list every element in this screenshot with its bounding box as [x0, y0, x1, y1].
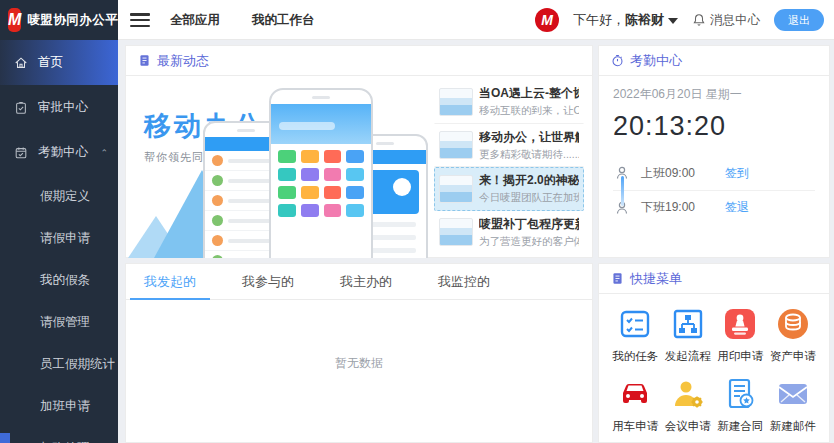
attendance-icon	[14, 146, 28, 160]
approval-icon	[14, 101, 28, 115]
chevron-down-icon	[668, 18, 678, 24]
document-icon	[138, 54, 151, 67]
news-thumbnail	[439, 175, 473, 203]
new-mail-icon	[775, 376, 811, 412]
sidebar-submenu: 假期定义 请假申请 我的假条 请假管理 员工假期统计 加班申请 加班管理	[0, 175, 118, 443]
check-out-row: 下班19:00 签退	[613, 190, 815, 224]
user-avatar[interactable]: M	[535, 8, 559, 32]
quick-item-start-process[interactable]: 发起流程	[662, 306, 715, 364]
news-item[interactable]: 当OA遇上云-整个协同OA 移动互联的到来，让OA与云	[434, 80, 584, 124]
news-list: 当OA遇上云-整个协同OA 移动互联的到来，让OA与云 移动办公，让世界触手可 …	[434, 76, 592, 258]
top-header: M 唛盟协同办公平台 全部应用 我的工作台 M 下午好，陈裕财 消息中心 退出	[0, 0, 834, 40]
attendance-date: 2022年06月20日 星期一	[613, 86, 815, 103]
news-thumbnail	[439, 88, 473, 116]
news-item-highlighted[interactable]: 来！揭开2.0的神秘面纱- 今日唛盟团队正在加班加点，	[434, 167, 584, 211]
news-thumbnail	[439, 131, 473, 159]
logout-button[interactable]: 退出	[774, 9, 824, 31]
quick-item-asset-request[interactable]: 资产申请	[767, 306, 820, 364]
nav-my-workbench[interactable]: 我的工作台	[252, 12, 315, 29]
check-out-link[interactable]: 签退	[725, 199, 749, 216]
sidebar-item-holiday-definition[interactable]: 假期定义	[0, 175, 118, 217]
panel-title: 快捷菜单	[630, 270, 682, 288]
sidebar-item-leave-management[interactable]: 请假管理	[0, 301, 118, 343]
logo-m-icon: M	[8, 8, 21, 32]
seal-request-icon	[722, 306, 758, 342]
news-item[interactable]: 唛盟补丁包程序更新 为了营造更好的客户体验，唛	[434, 211, 584, 255]
attendance-panel: 考勤中心 2022年06月20日 星期一 20:13:20 上班09:00 签到…	[598, 45, 830, 258]
menu-toggle-icon[interactable]	[130, 11, 150, 29]
sidebar-item-label: 考勤中心	[38, 144, 88, 161]
my-tasks-icon	[617, 306, 653, 342]
quick-item-meeting-request[interactable]: 会议申请	[662, 376, 715, 434]
greeting-text: 下午好，	[573, 12, 625, 27]
tab-monitored-by-me[interactable]: 我监控的	[424, 264, 504, 299]
meeting-request-icon	[670, 376, 706, 412]
phone-mockup-apps	[269, 88, 373, 258]
quick-menu-grid: 我的任务 发起流程 用印申请 资产申请 用车申请 会议申请 新建合同 新建邮件	[599, 294, 829, 434]
sidebar-item-label: 首页	[38, 54, 63, 71]
user-greeting[interactable]: 下午好，陈裕财	[573, 11, 678, 29]
latest-news-panel: 最新动态 移动办公 帮你领先同行 把工作带出办公室	[125, 45, 593, 258]
check-in-label: 上班09:00	[641, 165, 715, 182]
sidebar-item-leave-request[interactable]: 请假申请	[0, 217, 118, 259]
tab-participated-by-me[interactable]: 我参与的	[228, 264, 308, 299]
chevron-up-icon: ⌃	[100, 148, 108, 158]
message-center-label: 消息中心	[710, 12, 760, 29]
mobile-office-banner: 移动办公 帮你领先同行 把工作带出办公室	[126, 76, 434, 258]
quick-item-new-mail[interactable]: 新建邮件	[767, 376, 820, 434]
sidebar-bottom-indicator	[0, 433, 10, 443]
tab-initiated-by-me[interactable]: 我发起的	[130, 264, 210, 299]
sidebar-item-home[interactable]: 首页	[0, 40, 118, 85]
asset-request-icon	[775, 306, 811, 342]
app-logo: M 唛盟协同办公平台	[0, 0, 118, 40]
top-nav: 全部应用 我的工作台	[170, 0, 315, 40]
sidebar-item-employee-holiday-stats[interactable]: 员工假期统计	[0, 343, 118, 385]
task-tabs: 我发起的 我参与的 我主办的 我监控的	[126, 264, 592, 300]
quick-menu-panel: 快捷菜单 我的任务 发起流程 用印申请 资产申请 用车申请 会议申请 新建合	[598, 263, 830, 443]
quick-item-vehicle-request[interactable]: 用车申请	[609, 376, 662, 434]
tab-hosted-by-me[interactable]: 我主办的	[326, 264, 406, 299]
sidebar-item-attendance-center[interactable]: 考勤中心 ⌃	[0, 130, 118, 175]
username: 陈裕财	[625, 12, 664, 27]
start-process-icon	[670, 306, 706, 342]
new-contract-icon	[722, 376, 758, 412]
quick-item-my-tasks[interactable]: 我的任务	[609, 306, 662, 364]
bell-icon	[692, 13, 706, 27]
timeline-connector	[621, 176, 624, 206]
sidebar-item-overtime-request[interactable]: 加班申请	[0, 385, 118, 427]
news-item[interactable]: 移动办公，让世界触手可 更多精彩敬请期待........	[434, 124, 584, 168]
quick-item-seal-request[interactable]: 用印申请	[714, 306, 767, 364]
sidebar-item-approval-center[interactable]: 审批中心	[0, 85, 118, 130]
nav-all-apps[interactable]: 全部应用	[170, 12, 220, 29]
vehicle-request-icon	[617, 376, 653, 412]
my-tasks-panel: 我发起的 我参与的 我主办的 我监控的 暂无数据	[125, 263, 593, 443]
home-icon	[14, 56, 28, 70]
news-thumbnail	[439, 218, 473, 246]
check-in-link[interactable]: 签到	[725, 165, 749, 182]
sidebar-item-overtime-management[interactable]: 加班管理	[0, 427, 118, 443]
attendance-clock: 20:13:20	[613, 111, 815, 142]
check-out-label: 下班19:00	[641, 199, 715, 216]
sidebar-item-label: 审批中心	[38, 99, 88, 116]
panel-title: 考勤中心	[630, 52, 682, 70]
message-center[interactable]: 消息中心	[692, 12, 760, 29]
stopwatch-icon	[611, 54, 624, 67]
app-title: 唛盟协同办公平台	[27, 12, 131, 29]
panel-title: 最新动态	[157, 52, 209, 70]
check-in-row: 上班09:00 签到	[613, 156, 815, 190]
sidebar-item-my-leave-notes[interactable]: 我的假条	[0, 259, 118, 301]
sidebar: 首页 审批中心 考勤中心 ⌃ 假期定义 请假申请 我的假条 请假管理 员工假期统…	[0, 40, 118, 443]
document-icon	[611, 272, 624, 285]
phone-mockups	[203, 86, 428, 258]
quick-item-new-contract[interactable]: 新建合同	[714, 376, 767, 434]
empty-state-text: 暂无数据	[126, 355, 592, 372]
